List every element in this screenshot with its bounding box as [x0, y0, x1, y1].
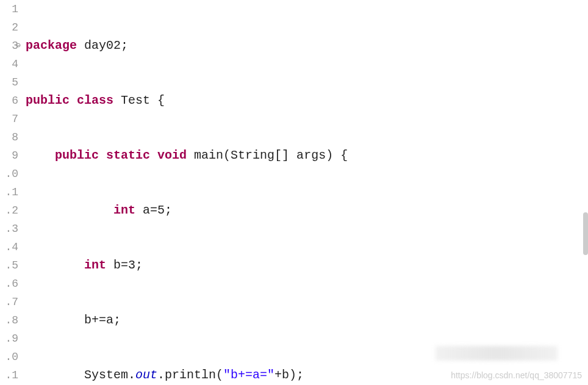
line-number: .9	[0, 329, 18, 348]
line-number: .4	[0, 238, 18, 256]
line-number: .6	[0, 275, 18, 293]
scrollbar-thumb[interactable]	[583, 212, 588, 255]
line-number: 5	[0, 73, 18, 92]
line-number: 8	[0, 128, 18, 146]
line-number-gutter: 1 2 3⊖ 4 5 6 7 8 9 .0 .1 .2 .3 .4 .5 .6 …	[0, 0, 23, 385]
line-number: 9	[0, 146, 18, 165]
line-number: .2	[0, 201, 18, 220]
line-number: .0	[0, 165, 18, 183]
code-editor: 1 2 3⊖ 4 5 6 7 8 9 .0 .1 .2 .3 .4 .5 .6 …	[0, 0, 588, 385]
line-number: .1	[0, 183, 18, 201]
line-number: 3⊖	[0, 37, 18, 55]
code-content[interactable]: package day02; public class Test { publi…	[23, 0, 588, 385]
code-line: b+=a;	[26, 311, 588, 329]
code-line: package day02;	[26, 37, 588, 55]
line-number: .5	[0, 256, 18, 275]
line-number: 7	[0, 110, 18, 128]
line-number: 1	[0, 0, 18, 18]
fold-collapse-icon[interactable]: ⊖	[16, 37, 21, 55]
line-number: 6	[0, 92, 18, 110]
code-line: public class Test {	[26, 92, 588, 110]
code-line: public static void main(String[] args) {	[26, 146, 588, 165]
code-line: int a=5;	[26, 201, 588, 220]
line-number: 4	[0, 55, 18, 73]
code-line: int b=3;	[26, 256, 588, 275]
watermark-text: https://blog.csdn.net/qq_38007715	[451, 370, 582, 380]
line-number: .3	[0, 220, 18, 238]
blurred-region	[436, 346, 558, 361]
line-number: .8	[0, 311, 18, 329]
line-number: .0	[0, 348, 18, 366]
line-number: 2	[0, 18, 18, 37]
line-number: .1	[0, 366, 18, 384]
line-number: .7	[0, 293, 18, 311]
